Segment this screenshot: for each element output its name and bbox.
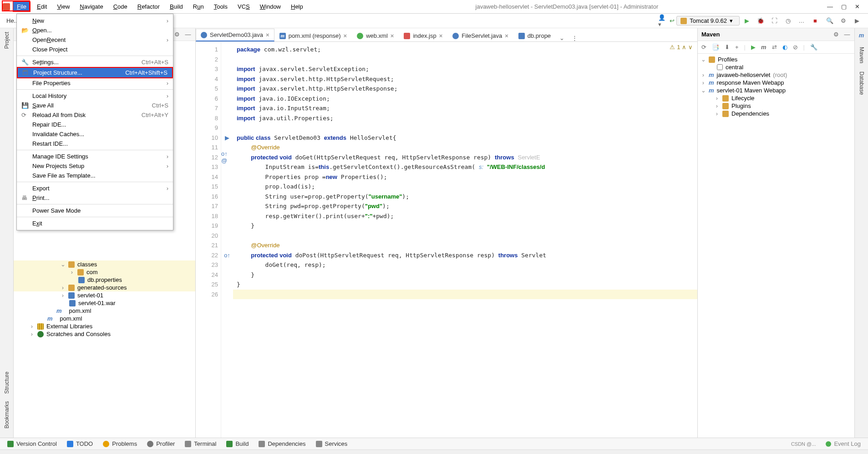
maven-response[interactable]: response Maven Webapp [717, 79, 784, 86]
tree-servlet01[interactable]: servlet-01 [77, 292, 103, 299]
tab-fileservlet[interactable]: FileServlet.java× [447, 30, 513, 41]
tree-pom2[interactable]: pom.xml [60, 315, 82, 322]
file-power-save[interactable]: Power Save Mode [17, 206, 173, 215]
rail-database[interactable]: Database [858, 71, 865, 95]
file-invalidate-caches[interactable]: Invalidate Caches... [17, 129, 173, 139]
menu-tools[interactable]: Tools [210, 2, 231, 11]
close-icon[interactable]: × [266, 31, 269, 38]
tree-com[interactable]: com [86, 269, 98, 275]
menu-refactor[interactable]: Refactor [134, 2, 163, 11]
tool-todo[interactable]: TODO [67, 440, 93, 447]
maven-run-icon[interactable]: ▶ [751, 44, 756, 51]
event-log[interactable]: Event Log [826, 440, 861, 447]
tool-terminal[interactable]: Terminal [185, 440, 216, 447]
profile-button[interactable]: ◷ [783, 16, 792, 26]
tree-classes[interactable]: classes [77, 261, 97, 268]
menu-code[interactable]: Code [110, 2, 131, 11]
file-restart-ide[interactable]: Restart IDE... [17, 139, 173, 148]
file-exit[interactable]: Exit [17, 219, 173, 228]
maven-tab-icon[interactable]: m [859, 32, 864, 39]
tool-profiler[interactable]: Profiler [147, 440, 175, 447]
back-build-icon[interactable]: ↩ [667, 16, 676, 26]
rail-maven[interactable]: Maven [858, 47, 865, 63]
file-manage-ide-settings[interactable]: Manage IDE Settings› [17, 152, 173, 161]
search-icon[interactable]: 🔍 [825, 16, 834, 26]
project-settings-icon[interactable]: ⚙ [173, 31, 181, 38]
maven-download-icon[interactable]: ⬇ [725, 44, 730, 51]
window-close-button[interactable]: ✕ [855, 3, 860, 10]
settings-icon[interactable]: ⚙ [839, 16, 848, 26]
tool-version-control[interactable]: Version Control [7, 440, 57, 447]
tool-build[interactable]: Build [226, 440, 249, 447]
maven-profiles[interactable]: Profiles [718, 56, 737, 63]
tab-indexjsp[interactable]: index.jsp× [399, 30, 447, 41]
tree-gensrc[interactable]: generated-sources [77, 284, 127, 291]
maven-profile-checkbox[interactable] [717, 64, 723, 70]
tree-extlib[interactable]: External Libraries [46, 323, 92, 330]
window-min-button[interactable]: — [827, 3, 833, 10]
file-new[interactable]: New› [17, 16, 173, 26]
menu-view[interactable]: View [53, 2, 73, 11]
run-anything-icon[interactable]: ▶ [853, 16, 862, 26]
file-print[interactable]: 🖶Print... [17, 193, 173, 203]
tree-scratch[interactable]: Scratches and Consoles [46, 331, 111, 337]
menu-run[interactable]: Run [189, 2, 208, 11]
close-icon[interactable]: × [505, 32, 508, 39]
tab-servletdemo03[interactable]: ServletDemo03.java× [196, 29, 274, 41]
tool-problems[interactable]: Problems [103, 440, 137, 447]
file-save-as-template[interactable]: Save File as Template... [17, 171, 173, 180]
maven-reload-icon[interactable]: ⟳ [701, 44, 706, 51]
maven-central[interactable]: central [726, 64, 743, 71]
file-file-properties[interactable]: File Properties› [17, 78, 173, 88]
maven-toggle-icon[interactable]: ⇄ [772, 44, 777, 51]
maven-tree[interactable]: ⌄Profiles central ›mjavaweb-helloservlet… [698, 54, 854, 440]
maven-root[interactable]: javaweb-helloservlet [717, 71, 771, 78]
menu-navigate[interactable]: Navigate [76, 2, 107, 11]
menu-vcs[interactable]: VCS [234, 2, 254, 11]
project-minimize-icon[interactable]: — [184, 31, 192, 38]
file-new-projects-setup[interactable]: New Projects Setup› [17, 161, 173, 171]
maven-exec-icon[interactable]: m [761, 44, 766, 51]
tabs-more-icon[interactable]: ⋮ [568, 35, 581, 41]
coverage-button[interactable]: ⛶ [770, 16, 779, 26]
file-export[interactable]: Export› [17, 184, 173, 193]
user-icon[interactable]: 👤▾ [658, 16, 667, 26]
maven-deps[interactable]: Dependencies [731, 110, 769, 117]
tab-dbprop[interactable]: db.prope [513, 30, 556, 41]
file-open[interactable]: 📂Open... [17, 26, 173, 35]
maven-skip-icon[interactable]: ⊘ [793, 44, 798, 51]
menu-build[interactable]: Build [166, 2, 187, 11]
code-editor[interactable]: 1234567891011121314151617181920212223242… [196, 42, 697, 440]
file-settings[interactable]: 🔧Settings...Ctrl+Alt+S [17, 57, 173, 67]
file-reload-disk[interactable]: ⟳Reload All from DiskCtrl+Alt+Y [17, 110, 173, 120]
maven-settings-icon[interactable]: ⚙ [832, 31, 840, 38]
file-open-recent[interactable]: Open Recent› [17, 35, 173, 45]
maven-add-icon[interactable]: + [735, 44, 739, 51]
file-close-project[interactable]: Close Project [17, 45, 173, 54]
maven-servlet01[interactable]: servlet-01 Maven Webapp [717, 87, 786, 94]
menu-window[interactable]: Window [256, 2, 284, 11]
tree-dbprop[interactable]: db.properties [87, 276, 122, 283]
maven-lifecycle[interactable]: Lifecycle [731, 95, 755, 102]
tabs-dropdown-icon[interactable]: ⌄ [556, 35, 568, 41]
file-local-history[interactable]: Local History› [17, 91, 173, 101]
maven-generate-icon[interactable]: 📑 [712, 44, 719, 51]
rail-project[interactable]: Project [4, 32, 10, 49]
close-icon[interactable]: × [344, 32, 347, 39]
rail-structure[interactable]: Structure [4, 372, 10, 394]
run-config-dropdown[interactable]: Tomcat 9.0.62 ▾ [676, 16, 740, 26]
editor-inspection-indicator[interactable]: ⚠ 1 ∧ ∨ [670, 44, 693, 51]
debug-button[interactable]: 🐞 [756, 16, 765, 26]
menu-edit[interactable]: Edit [33, 2, 51, 11]
maven-plugins[interactable]: Plugins [731, 102, 751, 109]
close-icon[interactable]: × [439, 32, 443, 39]
attach-button[interactable]: … [797, 16, 806, 26]
stop-button[interactable]: ■ [811, 16, 820, 26]
tool-services[interactable]: Services [316, 440, 348, 447]
maven-wrench-icon[interactable]: 🔧 [810, 44, 817, 51]
tab-webxml[interactable]: web.xml× [352, 30, 399, 41]
close-icon[interactable]: × [391, 32, 394, 39]
window-max-button[interactable]: ▢ [841, 3, 847, 10]
file-project-structure[interactable]: 🗔Project Structure...Ctrl+Alt+Shift+S [17, 67, 173, 78]
tree-pom1[interactable]: pom.xml [69, 307, 91, 314]
